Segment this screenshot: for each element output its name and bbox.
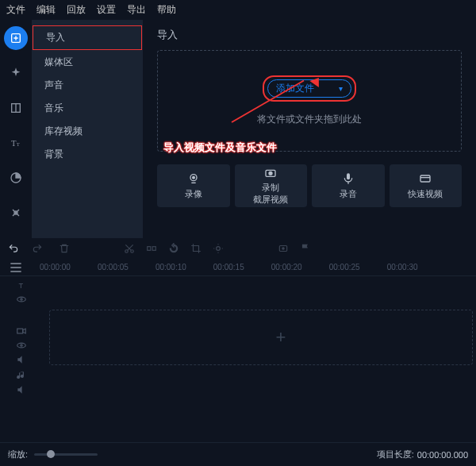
svg-text:T: T — [17, 141, 20, 147]
menu-edit[interactable]: 编辑 — [36, 3, 56, 17]
chevron-down-icon: ▾ — [339, 84, 343, 93]
track-text-label: T — [5, 279, 38, 305]
svg-point-7 — [192, 176, 194, 179]
capture-screen[interactable]: 录制 截屏视频 — [235, 164, 308, 207]
annotation-text: 导入视频文件及音乐文件 — [163, 141, 277, 155]
svg-rect-22 — [17, 329, 23, 333]
svg-point-18 — [282, 248, 284, 249]
svg-point-21 — [21, 298, 22, 300]
tool-import[interactable] — [4, 26, 28, 50]
track-audio-label — [5, 370, 38, 395]
project-length-value: 00:00:00.000 — [417, 450, 468, 460]
content-title: 导入 — [157, 28, 462, 42]
tool-crop-icon[interactable] — [4, 96, 28, 120]
add-file-button[interactable]: 添加文件 ▾ — [263, 75, 356, 102]
adjust-icon[interactable] — [213, 243, 224, 254]
svg-point-16 — [217, 247, 221, 251]
drop-message: 将文件或文件夹拖到此处 — [257, 113, 362, 126]
sidebar-item-music[interactable]: 音乐 — [32, 97, 143, 120]
tool-magic-icon[interactable] — [4, 61, 28, 85]
tool-rail: TT — [0, 20, 32, 238]
speaker-icon[interactable] — [16, 354, 27, 365]
svg-rect-10 — [347, 173, 350, 179]
sidebar-item-stock[interactable]: 库存视频 — [32, 120, 143, 143]
capture-screen-label: 录制 — [262, 183, 279, 192]
eye-icon[interactable] — [16, 340, 27, 351]
project-length-label: 项目长度: — [377, 449, 414, 460]
svg-point-24 — [21, 345, 22, 346]
svg-text:T: T — [19, 282, 24, 290]
svg-text:T: T — [11, 139, 17, 148]
webcam-icon — [187, 172, 200, 185]
screen-rec-icon — [264, 168, 277, 180]
svg-rect-11 — [420, 175, 430, 182]
track-text[interactable]: T — [0, 276, 476, 308]
zoom-label: 缩放: — [8, 449, 28, 460]
content-panel: 导入 添加文件 ▾ 将文件或文件夹拖到此处 导入视频文件及音乐文件 录像 录制 … — [143, 20, 476, 238]
svg-point-20 — [17, 297, 26, 302]
rotate-icon[interactable] — [168, 243, 179, 254]
tool-tools-icon[interactable] — [4, 201, 28, 225]
split-icon[interactable] — [146, 243, 157, 254]
speaker-icon[interactable] — [16, 384, 27, 395]
sidebar-item-import[interactable]: 导入 — [33, 25, 142, 50]
cut-icon[interactable] — [124, 243, 135, 254]
menubar: 文件 编辑 回放 设置 导出 帮助 — [0, 0, 476, 20]
tool-sticker-icon[interactable] — [4, 166, 28, 190]
capture-speed[interactable]: 快速视频 — [390, 164, 463, 207]
undo-icon[interactable] — [8, 243, 19, 254]
zoom-slider[interactable] — [34, 453, 98, 456]
menu-export[interactable]: 导出 — [127, 3, 146, 17]
capture-webcam[interactable]: 录像 — [157, 164, 230, 207]
menu-settings[interactable]: 设置 — [97, 3, 116, 17]
svg-rect-15 — [152, 247, 155, 251]
edit-toolbar — [0, 238, 476, 259]
redo-icon[interactable] — [32, 243, 43, 254]
plus-icon: + — [276, 327, 286, 348]
tool-text-icon[interactable]: TT — [4, 131, 28, 155]
capture-audio[interactable]: 录音 — [312, 164, 385, 207]
capture-webcam-label: 录像 — [185, 188, 202, 200]
menu-help[interactable]: 帮助 — [157, 3, 176, 17]
menu-playback[interactable]: 回放 — [67, 3, 86, 17]
record-icon[interactable] — [278, 243, 289, 254]
capture-audio-label: 录音 — [340, 188, 357, 200]
svg-point-23 — [17, 343, 26, 348]
capture-speed-label: 快速视频 — [408, 188, 443, 200]
capture-screen-label2: 截屏视频 — [253, 195, 288, 204]
sidebar-item-media[interactable]: 媒体区 — [32, 51, 143, 74]
svg-rect-14 — [148, 247, 151, 251]
track-audio[interactable] — [0, 367, 476, 399]
sidebar-item-sound[interactable]: 声音 — [32, 74, 143, 97]
speed-vid-icon — [419, 172, 432, 185]
track-video[interactable]: + — [49, 310, 473, 365]
crop-tool-icon[interactable] — [190, 243, 202, 254]
status-bar: 缩放: 项目长度: 00:00:00.000 — [0, 442, 476, 466]
flag-icon[interactable] — [300, 243, 311, 254]
track-video-label — [5, 325, 38, 365]
menu-file[interactable]: 文件 — [6, 3, 25, 17]
dropzone[interactable]: 添加文件 ▾ 将文件或文件夹拖到此处 — [157, 50, 462, 152]
sidebar: 导入 媒体区 声音 音乐 库存视频 背景 — [32, 20, 143, 238]
eye-icon[interactable] — [16, 294, 27, 305]
track-options-icon[interactable] — [8, 260, 24, 275]
sidebar-item-background[interactable]: 背景 — [32, 143, 143, 166]
timeline: 00:00:00 00:00:05 00:00:10 00:00:15 00:0… — [0, 259, 476, 399]
time-ruler[interactable]: 00:00:00 00:00:05 00:00:10 00:00:15 00:0… — [0, 259, 476, 276]
svg-point-9 — [269, 171, 272, 175]
mic-icon — [342, 172, 355, 185]
trash-icon[interactable] — [59, 243, 70, 254]
